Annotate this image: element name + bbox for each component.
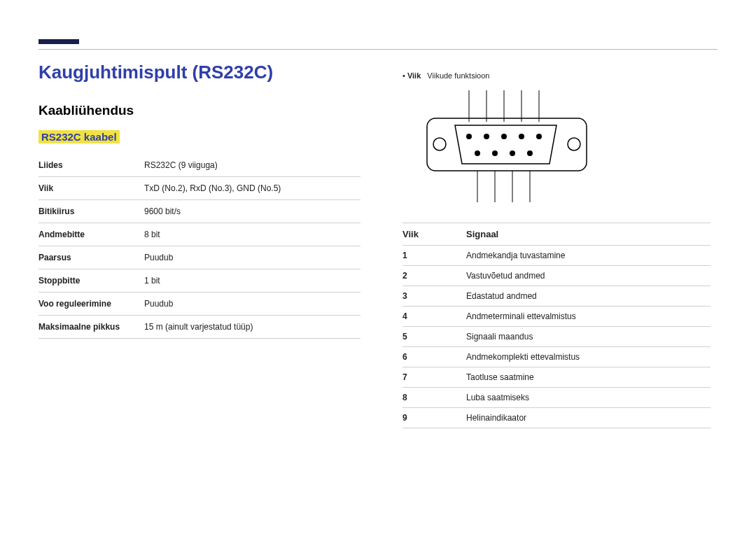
spec-value: 1 bit (144, 269, 360, 293)
pin-signal: Vastuvõetud andmed (466, 266, 710, 286)
pin-num: 4 (402, 307, 466, 327)
table-row: Bitikiirus9600 bit/s (38, 200, 360, 223)
spec-value: RS232C (9 viiguga) (144, 154, 360, 177)
svg-point-11 (501, 134, 507, 139)
pin-legend: • Viik Viikude funktsioon (402, 71, 710, 80)
svg-point-14 (475, 150, 480, 156)
table-row: Stoppbitte1 bit (38, 269, 360, 293)
pin-num: 2 (402, 266, 466, 286)
table-row: 8Luba saatmiseks (402, 388, 710, 408)
pin-num: 7 (402, 367, 466, 388)
spec-value: 15 m (ainult varjestatud tüüp) (144, 316, 360, 339)
pin-num: 5 (402, 327, 466, 347)
pin-signal: Signaali maandus (466, 327, 710, 347)
spec-value: TxD (No.2), RxD (No.3), GND (No.5) (144, 177, 360, 200)
table-row: 5Signaali maandus (402, 327, 710, 347)
svg-point-17 (527, 150, 533, 156)
spec-label: Andmebitte (38, 223, 144, 246)
spec-value: Puudub (144, 246, 360, 269)
spec-label: Stoppbitte (38, 269, 144, 293)
spec-label: Paarsus (38, 246, 144, 269)
svg-rect-5 (427, 118, 587, 171)
spec-label: Liides (38, 154, 144, 177)
svg-point-6 (433, 138, 446, 150)
svg-point-16 (510, 150, 515, 156)
pin-num: 8 (402, 388, 466, 408)
page-title: Kaugjuhtimispult (RS232C) (38, 62, 360, 83)
table-row: 1Andmekandja tuvastamine (402, 246, 710, 266)
table-row: 7Taotluse saatmine (402, 367, 710, 388)
table-row: LiidesRS232C (9 viiguga) (38, 154, 360, 177)
svg-point-9 (466, 134, 472, 139)
db9-connector-diagram (416, 87, 598, 206)
spec-table: LiidesRS232C (9 viiguga) ViikTxD (No.2),… (38, 154, 360, 339)
pin-header: Viik (402, 223, 466, 246)
pin-signal: Andmekandja tuvastamine (466, 246, 710, 266)
svg-point-12 (519, 134, 524, 139)
subsection-heading: RS232C kaabel (38, 131, 120, 143)
table-row: 6Andmekomplekti ettevalmistus (402, 347, 710, 367)
pin-num: 1 (402, 246, 466, 266)
table-row: Voo reguleeriminePuudub (38, 293, 360, 316)
spec-label: Bitikiirus (38, 200, 144, 223)
spec-label: Viik (38, 177, 144, 200)
pin-signal: Taotluse saatmine (466, 367, 710, 388)
pin-num: 6 (402, 347, 466, 367)
spec-label: Maksimaalne pikkus (38, 316, 144, 339)
svg-point-10 (484, 134, 489, 139)
pin-signal: Andmeterminali ettevalmistus (466, 307, 710, 327)
signal-header: Signaal (466, 223, 710, 246)
legend-label: Viik (407, 71, 421, 80)
table-row: ViikTxD (No.2), RxD (No.3), GND (No.5) (38, 177, 360, 200)
spec-value: Puudub (144, 293, 360, 316)
pin-signal: Andmekomplekti ettevalmistus (466, 347, 710, 367)
table-row: 2Vastuvõetud andmed (402, 266, 710, 286)
pin-signal-table: Viik Signaal 1Andmekandja tuvastamine 2V… (402, 223, 710, 428)
section-heading: Kaabliühendus (38, 103, 360, 118)
svg-point-7 (568, 138, 580, 150)
table-row: Andmebitte8 bit (38, 223, 360, 246)
table-row: Maksimaalne pikkus15 m (ainult varjestat… (38, 316, 360, 339)
table-row: 4Andmeterminali ettevalmistus (402, 307, 710, 327)
pin-signal: Helinaindikaator (466, 408, 710, 428)
header-accent-bar (38, 39, 79, 44)
header-rule (38, 49, 718, 50)
table-row: 9Helinaindikaator (402, 408, 710, 428)
legend-text: Viikude funktsioon (427, 71, 489, 80)
table-row: 3Edastatud andmed (402, 286, 710, 307)
table-row: PaarsusPuudub (38, 246, 360, 269)
highlighted-text: RS232C kaabel (38, 130, 120, 143)
pin-signal: Edastatud andmed (466, 286, 710, 307)
pin-num: 9 (402, 408, 466, 428)
pin-num: 3 (402, 286, 466, 307)
svg-point-13 (536, 134, 542, 139)
spec-label: Voo reguleerimine (38, 293, 144, 316)
pin-signal: Luba saatmiseks (466, 388, 710, 408)
spec-value: 9600 bit/s (144, 200, 360, 223)
spec-value: 8 bit (144, 223, 360, 246)
svg-point-15 (492, 150, 498, 156)
svg-marker-8 (455, 125, 556, 164)
